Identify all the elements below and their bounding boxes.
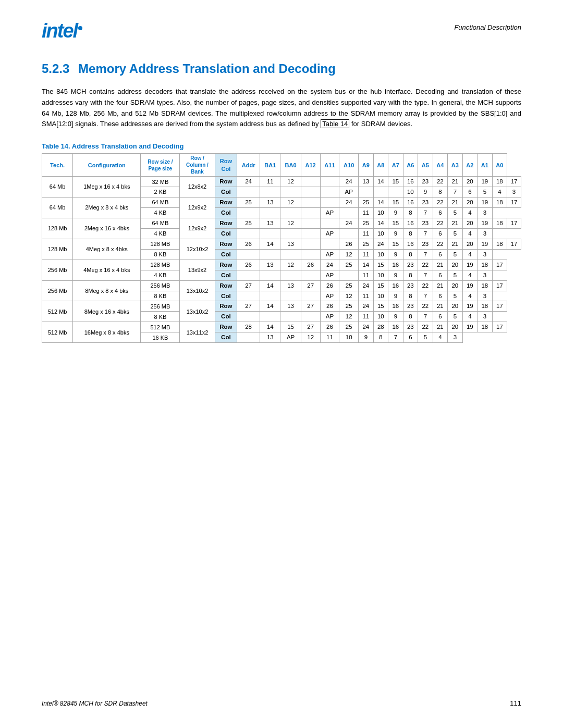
header-area: intel Functional Description <box>42 21 521 41</box>
th-a1: A1 <box>478 154 493 177</box>
table-row: 64 Mb 1Meg x 16 x 4 bks 32 MB 12x8x2 Row… <box>42 177 521 187</box>
logo-dot <box>78 26 82 30</box>
th-ba0: BA0 <box>280 154 301 177</box>
table-row: 256 Mb 4Meg x 16 x 4 bks 128 MB 13x9x2 R… <box>42 260 521 270</box>
th-a7: A7 <box>388 154 403 177</box>
footer-page-number: 111 <box>510 699 521 707</box>
footer-left: Intel® 82845 MCH for SDR Datasheet <box>42 700 148 707</box>
th-config: Configuration <box>73 154 141 177</box>
footer-doc-title: Intel® 82845 MCH for SDR Datasheet <box>42 700 148 707</box>
th-a11: A11 <box>320 154 339 177</box>
address-translation-table: Tech. Configuration Row size /Page size … <box>42 153 521 343</box>
th-rowsize: Row size /Page size <box>141 154 180 177</box>
page-container: intel Functional Description 5.2.3 Memor… <box>0 0 563 728</box>
section-number: 5.2.3 <box>42 61 69 76</box>
footer-area: Intel® 82845 MCH for SDR Datasheet 111 <box>42 699 521 707</box>
table-row: 512 Mb 8Meg x 16 x 4bks 256 MB 13x10x2 R… <box>42 301 521 312</box>
th-a5: A5 <box>418 154 433 177</box>
th-a6: A6 <box>403 154 418 177</box>
table-row: 512 Mb 16Meg x 8 x 4bks 512 MB 13x11x2 R… <box>42 322 521 332</box>
table-row: 128 Mb 2Meg x 16 x 4bks 64 MB 12x9x2 Row… <box>42 218 521 228</box>
th-addr: Addr <box>237 154 260 177</box>
th-tech: Tech. <box>42 154 73 177</box>
th-a10: A10 <box>339 154 359 177</box>
th-rowcol: Row /Column /Bank <box>180 154 215 177</box>
section-title-text: Memory Address Translation and Decoding <box>78 61 336 76</box>
th-a0: A0 <box>492 154 507 177</box>
th-ba1: BA1 <box>260 154 280 177</box>
th-a9: A9 <box>359 154 374 177</box>
intel-logo: intel <box>42 21 82 41</box>
table-row: 128 Mb 4Meg x 8 x 4bks 128 MB 12x10x2 Ro… <box>42 239 521 249</box>
table-caption: Table 14. Address Translation and Decodi… <box>42 142 521 150</box>
th-a4: A4 <box>433 154 448 177</box>
th-a8: A8 <box>373 154 388 177</box>
section-title: 5.2.3 Memory Address Translation and Dec… <box>42 61 521 76</box>
header-section-label: Functional Description <box>454 21 521 31</box>
table-row: 256 Mb 8Meg x 8 x 4 bks 256 MB 13x10x2 R… <box>42 280 521 291</box>
body-paragraph: The 845 MCH contains address decoders th… <box>42 87 521 130</box>
th-a12: A12 <box>301 154 320 177</box>
logo-text: intel <box>42 20 77 42</box>
table-row: 64 Mb 2Meg x 8 x 4 bks 64 MB 12x9x2 Row … <box>42 198 521 208</box>
th-a3: A3 <box>448 154 463 177</box>
th-a2: A2 <box>462 154 478 177</box>
table-link[interactable]: Table 14 <box>321 119 349 128</box>
th-row: RowCol <box>215 154 237 177</box>
